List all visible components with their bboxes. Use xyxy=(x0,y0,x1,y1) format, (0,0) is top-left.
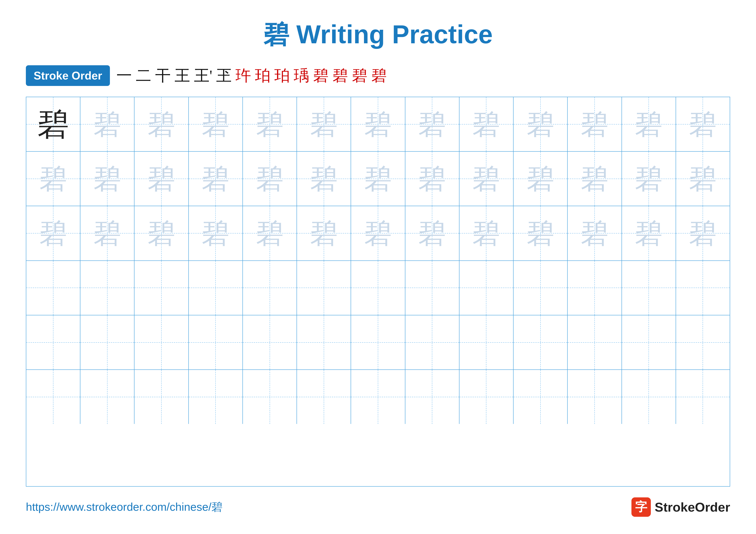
grid-cell-r6c5[interactable] xyxy=(243,370,297,424)
grid-cell-r1c13[interactable]: 碧 xyxy=(676,97,730,151)
logo-text: StrokeOrder xyxy=(655,500,730,515)
grid-cell-r4c10[interactable] xyxy=(514,261,568,315)
grid-cell-r4c6[interactable] xyxy=(297,261,351,315)
grid-cell-r1c10[interactable]: 碧 xyxy=(514,97,568,151)
char-light: 碧 xyxy=(472,219,500,247)
grid-cell-r3c4[interactable]: 碧 xyxy=(189,206,243,260)
stroke-7: 玝 xyxy=(235,68,251,83)
footer-logo: 字 StrokeOrder xyxy=(632,497,730,517)
grid-cell-r4c7[interactable] xyxy=(351,261,405,315)
grid-cell-r6c7[interactable] xyxy=(351,370,405,424)
footer-url[interactable]: https://www.strokeorder.com/chinese/碧 xyxy=(26,499,223,515)
grid-cell-r5c13[interactable] xyxy=(676,315,730,369)
grid-cell-r5c3[interactable] xyxy=(134,315,189,369)
grid-cell-r1c5[interactable]: 碧 xyxy=(243,97,297,151)
grid-cell-r1c4[interactable]: 碧 xyxy=(189,97,243,151)
grid-cell-r2c10[interactable]: 碧 xyxy=(514,152,568,206)
char-light: 碧 xyxy=(580,219,608,247)
grid-cell-r6c12[interactable] xyxy=(622,370,676,424)
grid-cell-r3c10[interactable]: 碧 xyxy=(514,206,568,260)
grid-cell-r5c6[interactable] xyxy=(297,315,351,369)
char-light: 碧 xyxy=(256,219,284,247)
grid-cell-r3c1[interactable]: 碧 xyxy=(26,206,80,260)
grid-cell-r1c11[interactable]: 碧 xyxy=(568,97,622,151)
grid-cell-r6c2[interactable] xyxy=(80,370,134,424)
grid-cell-r5c5[interactable] xyxy=(243,315,297,369)
grid-cell-r2c6[interactable]: 碧 xyxy=(297,152,351,206)
grid-cell-r1c8[interactable]: 碧 xyxy=(405,97,459,151)
grid-cell-r1c12[interactable]: 碧 xyxy=(622,97,676,151)
grid-cell-r3c13[interactable]: 碧 xyxy=(676,206,730,260)
char-light: 碧 xyxy=(364,110,392,138)
grid-cell-r6c10[interactable] xyxy=(514,370,568,424)
grid-cell-r5c12[interactable] xyxy=(622,315,676,369)
grid-cell-r3c5[interactable]: 碧 xyxy=(243,206,297,260)
grid-cell-r4c13[interactable] xyxy=(676,261,730,315)
grid-cell-r3c6[interactable]: 碧 xyxy=(297,206,351,260)
grid-cell-r2c5[interactable]: 碧 xyxy=(243,152,297,206)
grid-cell-r5c8[interactable] xyxy=(405,315,459,369)
stroke-12: 碧 xyxy=(333,68,348,83)
char-light: 碧 xyxy=(418,219,446,247)
grid-cell-r6c11[interactable] xyxy=(568,370,622,424)
grid-cell-r2c11[interactable]: 碧 xyxy=(568,152,622,206)
grid-cell-r5c11[interactable] xyxy=(568,315,622,369)
char-light: 碧 xyxy=(635,165,663,193)
grid-cell-r4c11[interactable] xyxy=(568,261,622,315)
grid-cell-r5c10[interactable] xyxy=(514,315,568,369)
grid-cell-r2c7[interactable]: 碧 xyxy=(351,152,405,206)
grid-cell-r5c9[interactable] xyxy=(459,315,514,369)
grid-cell-r6c3[interactable] xyxy=(134,370,189,424)
grid-cell-r1c9[interactable]: 碧 xyxy=(459,97,514,151)
char-light: 碧 xyxy=(364,165,392,193)
char-light: 碧 xyxy=(418,165,446,193)
grid-cell-r1c7[interactable]: 碧 xyxy=(351,97,405,151)
grid-cell-r2c13[interactable]: 碧 xyxy=(676,152,730,206)
grid-cell-r1c1[interactable]: 碧 xyxy=(26,97,80,151)
grid-cell-r3c12[interactable]: 碧 xyxy=(622,206,676,260)
grid-cell-r2c4[interactable]: 碧 xyxy=(189,152,243,206)
char-light: 碧 xyxy=(148,219,176,247)
grid-cell-r3c3[interactable]: 碧 xyxy=(134,206,189,260)
grid-cell-r2c9[interactable]: 碧 xyxy=(459,152,514,206)
stroke-3: 干 xyxy=(155,68,171,83)
char-light: 碧 xyxy=(472,110,500,138)
char-light: 碧 xyxy=(202,165,230,193)
grid-cell-r3c9[interactable]: 碧 xyxy=(459,206,514,260)
char-light: 碧 xyxy=(93,165,121,193)
grid-cell-r1c6[interactable]: 碧 xyxy=(297,97,351,151)
grid-cell-r6c8[interactable] xyxy=(405,370,459,424)
grid-cell-r3c11[interactable]: 碧 xyxy=(568,206,622,260)
grid-cell-r6c6[interactable] xyxy=(297,370,351,424)
grid-cell-r4c4[interactable] xyxy=(189,261,243,315)
grid-cell-r2c8[interactable]: 碧 xyxy=(405,152,459,206)
grid-cell-r6c4[interactable] xyxy=(189,370,243,424)
grid-cell-r4c12[interactable] xyxy=(622,261,676,315)
char-light: 碧 xyxy=(418,110,446,138)
grid-cell-r2c12[interactable]: 碧 xyxy=(622,152,676,206)
grid-cell-r4c8[interactable] xyxy=(405,261,459,315)
grid-cell-r5c4[interactable] xyxy=(189,315,243,369)
grid-cell-r5c1[interactable] xyxy=(26,315,80,369)
stroke-order-badge: Stroke Order xyxy=(26,65,110,86)
grid-cell-r3c2[interactable]: 碧 xyxy=(80,206,134,260)
grid-cell-r3c7[interactable]: 碧 xyxy=(351,206,405,260)
grid-cell-r4c2[interactable] xyxy=(80,261,134,315)
grid-cell-r6c1[interactable] xyxy=(26,370,80,424)
grid-cell-r4c3[interactable] xyxy=(134,261,189,315)
grid-cell-r4c9[interactable] xyxy=(459,261,514,315)
grid-cell-r4c1[interactable] xyxy=(26,261,80,315)
grid-cell-r5c7[interactable] xyxy=(351,315,405,369)
char-light: 碧 xyxy=(256,110,284,138)
grid-cell-r1c3[interactable]: 碧 xyxy=(134,97,189,151)
grid-cell-r2c3[interactable]: 碧 xyxy=(134,152,189,206)
grid-cell-r4c5[interactable] xyxy=(243,261,297,315)
grid-cell-r5c2[interactable] xyxy=(80,315,134,369)
grid-cell-r2c1[interactable]: 碧 xyxy=(26,152,80,206)
grid-cell-r6c9[interactable] xyxy=(459,370,514,424)
grid-row-1: 碧 碧 碧 碧 碧 碧 碧 碧 碧 碧 碧 碧 碧 xyxy=(26,97,730,152)
grid-cell-r6c13[interactable] xyxy=(676,370,730,424)
grid-cell-r2c2[interactable]: 碧 xyxy=(80,152,134,206)
grid-cell-r1c2[interactable]: 碧 xyxy=(80,97,134,151)
grid-cell-r3c8[interactable]: 碧 xyxy=(405,206,459,260)
